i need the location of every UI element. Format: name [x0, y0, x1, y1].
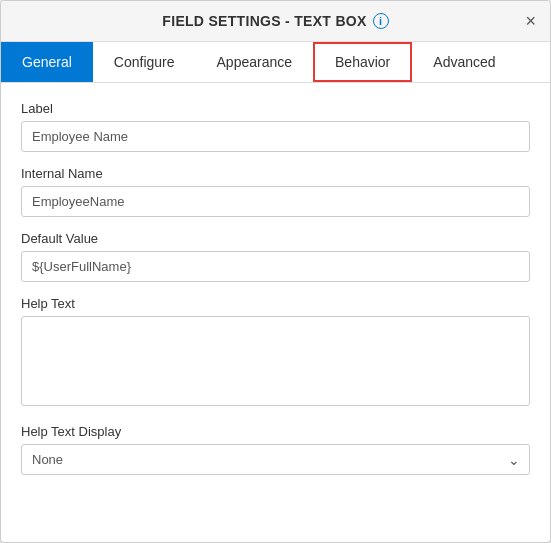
help-text-display-field-group: Help Text Display None Tooltip Inline ⌄	[21, 424, 530, 475]
field-settings-dialog: FIELD SETTINGS - TEXT BOX i × General Co…	[0, 0, 551, 543]
help-text-label: Help Text	[21, 296, 530, 311]
dialog-header: FIELD SETTINGS - TEXT BOX i ×	[1, 1, 550, 42]
internal-name-field-group: Internal Name	[21, 166, 530, 217]
tab-general[interactable]: General	[1, 42, 93, 82]
help-text-field-group: Help Text	[21, 296, 530, 410]
tab-appearance[interactable]: Appearance	[196, 42, 314, 82]
label-field-group: Label	[21, 101, 530, 152]
help-text-display-select[interactable]: None Tooltip Inline	[21, 444, 530, 475]
default-value-label: Default Value	[21, 231, 530, 246]
label-field-label: Label	[21, 101, 530, 116]
help-text-textarea[interactable]	[21, 316, 530, 406]
info-icon[interactable]: i	[373, 13, 389, 29]
default-value-field-group: Default Value	[21, 231, 530, 282]
tabs-bar: General Configure Appearance Behavior Ad…	[1, 42, 550, 83]
internal-name-input[interactable]	[21, 186, 530, 217]
tab-behavior[interactable]: Behavior	[313, 42, 412, 82]
help-text-display-select-wrapper: None Tooltip Inline ⌄	[21, 444, 530, 475]
help-text-display-label: Help Text Display	[21, 424, 530, 439]
internal-name-label: Internal Name	[21, 166, 530, 181]
tab-configure[interactable]: Configure	[93, 42, 196, 82]
close-button[interactable]: ×	[525, 12, 536, 30]
dialog-body: Label Internal Name Default Value Help T…	[1, 83, 550, 542]
label-input[interactable]	[21, 121, 530, 152]
default-value-input[interactable]	[21, 251, 530, 282]
tab-advanced[interactable]: Advanced	[412, 42, 516, 82]
dialog-title: FIELD SETTINGS - TEXT BOX	[162, 13, 366, 29]
